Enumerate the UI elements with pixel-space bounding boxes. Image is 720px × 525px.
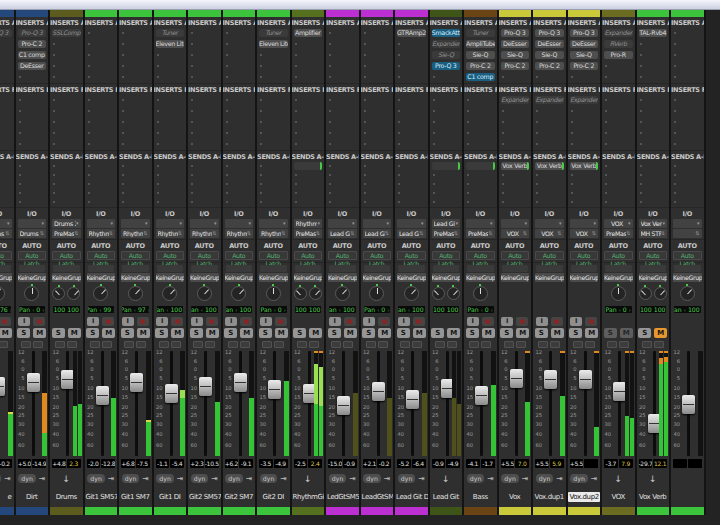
path-selector-button[interactable]	[343, 341, 353, 348]
input-selector[interactable]: Lead Git▾	[432, 219, 461, 228]
group-selector[interactable]: KeineGrupe	[190, 273, 219, 282]
pan-knob[interactable]	[447, 287, 460, 300]
dyn-button[interactable]: dyn	[191, 474, 209, 483]
automation-mode-button[interactable]: Auto Latch	[397, 251, 426, 260]
automation-mode-button[interactable]: Auto Latch	[121, 251, 150, 260]
fader[interactable]	[406, 351, 419, 456]
pan-display[interactable]: ‹100100›	[640, 306, 667, 314]
pan-display[interactable]: Pan‹0›	[467, 306, 494, 314]
pan-knob[interactable]	[197, 286, 212, 301]
pan-display[interactable]: Pan‹100›	[398, 306, 425, 314]
input-selector[interactable]: ▾	[190, 219, 219, 228]
pan-display[interactable]: Pan‹0›	[364, 306, 391, 314]
mute-button[interactable]: M	[102, 328, 115, 338]
dyn-button[interactable]: dyn	[536, 474, 554, 483]
dyn-button[interactable]: dyn	[225, 474, 243, 483]
group-selector[interactable]: KeineGrupe	[604, 273, 633, 282]
insert-button[interactable]: DeEsser	[501, 40, 530, 48]
insert-button[interactable]: Pro-Q 3	[432, 62, 461, 70]
pan-display[interactable]: ‹100100›	[53, 306, 80, 314]
dyn-button[interactable]: dyn	[467, 474, 485, 483]
output-selector[interactable]: RhythmGts⇅	[225, 229, 254, 238]
pan-knob[interactable]	[266, 286, 281, 301]
mute-button[interactable]: M	[309, 328, 322, 338]
track-name[interactable]: Vox.dup2	[568, 492, 601, 502]
track-name[interactable]: e	[7, 493, 13, 501]
insert-button[interactable]: Pro-C 2	[501, 62, 530, 70]
output-selector[interactable]: RhythmGts⇅	[259, 229, 288, 238]
path-selector-button[interactable]	[447, 341, 457, 348]
input-monitor-button[interactable]: I	[225, 317, 237, 326]
output-window-button[interactable]	[90, 341, 100, 348]
insert-button[interactable]: DeEsser	[570, 40, 599, 48]
input-selector[interactable]: ▾	[0, 219, 12, 228]
insert-button[interactable]: Expander	[501, 96, 530, 104]
insert-button[interactable]: C1 comp	[18, 51, 47, 59]
dyn-button[interactable]: dyn	[122, 474, 140, 483]
dyn-button[interactable]: dyn	[156, 474, 174, 483]
dyn-button[interactable]: dyn	[18, 474, 36, 483]
solo-button[interactable]: S	[190, 328, 203, 338]
input-monitor-button[interactable]: I	[536, 317, 548, 326]
pan-display[interactable]: Pan‹0›	[605, 306, 632, 314]
output-selector[interactable]: VOX⇅	[501, 229, 530, 238]
dyn-button[interactable]: dyn	[260, 474, 278, 483]
track-name[interactable]: LeadGtSM7	[361, 493, 394, 501]
record-enable-button[interactable]	[0, 317, 11, 326]
fader-knob[interactable]	[406, 390, 419, 409]
output-window-button[interactable]	[607, 341, 617, 348]
input-monitor-button[interactable]: I	[467, 317, 479, 326]
insert-button[interactable]: Tuner	[466, 29, 495, 37]
fader[interactable]	[165, 351, 178, 456]
solo-button[interactable]: S	[569, 328, 582, 338]
record-enable-button[interactable]	[516, 317, 528, 326]
pan-knob[interactable]	[93, 286, 108, 301]
insert-button[interactable]: Pro-Q 3	[18, 29, 47, 37]
output-window-button[interactable]	[124, 341, 134, 348]
track-name[interactable]: Dirt	[25, 493, 38, 501]
insert-button[interactable]: C1 comp	[466, 73, 495, 81]
dyn-button[interactable]: dyn	[501, 474, 519, 483]
input-monitor-button[interactable]: I	[501, 317, 513, 326]
pan-display[interactable]: Pan‹99›	[88, 306, 115, 314]
insert-button[interactable]: SSLComp	[52, 29, 81, 37]
fader-knob[interactable]	[682, 395, 695, 414]
input-selector[interactable]: ▾	[156, 219, 185, 228]
insert-button[interactable]: Sie-Q	[535, 51, 564, 59]
input-selector[interactable]: ▾	[673, 219, 702, 228]
output-selector[interactable]: PreMastr 2⇅	[466, 229, 495, 238]
output-window-button[interactable]	[469, 341, 479, 348]
group-selector[interactable]: KeineGrupe	[156, 273, 185, 282]
automation-mode-button[interactable]: Auto Latch	[294, 251, 323, 260]
track-name[interactable]: Vox	[508, 493, 521, 501]
mute-button[interactable]: M	[68, 328, 81, 338]
output-selector[interactable]: Lead Git⇅	[397, 229, 426, 238]
record-enable-button[interactable]	[413, 317, 425, 326]
solo-button[interactable]: S	[535, 328, 548, 338]
mute-button[interactable]: M	[447, 328, 460, 338]
insert-button[interactable]: Eleven Lite	[259, 40, 288, 48]
mute-button[interactable]: M	[33, 328, 46, 338]
pan-knob[interactable]	[52, 287, 65, 300]
path-selector-button[interactable]	[550, 341, 560, 348]
fader-knob[interactable]	[234, 373, 247, 392]
input-monitor-button[interactable]: I	[156, 317, 168, 326]
send-button[interactable]	[466, 162, 495, 170]
path-selector-button[interactable]	[33, 341, 43, 348]
pan-display[interactable]: Pan‹100›	[329, 306, 356, 314]
output-selector[interactable]: PreMastr 2⇅	[432, 229, 461, 238]
pan-knob[interactable]	[432, 287, 445, 300]
mute-button[interactable]: M	[516, 328, 529, 338]
group-selector[interactable]: KeineGrupe	[328, 273, 357, 282]
group-selector[interactable]: KeineGrupe	[259, 273, 288, 282]
send-button[interactable]: Vox Verb	[535, 162, 564, 170]
pan-knob[interactable]	[654, 287, 667, 300]
path-selector-button[interactable]	[0, 341, 8, 348]
input-monitor-button[interactable]: I	[87, 317, 99, 326]
fader[interactable]	[0, 351, 5, 456]
insert-button[interactable]: Tuner	[156, 29, 185, 37]
solo-button[interactable]: S	[328, 328, 341, 338]
pan-display[interactable]: Pan‹0›	[19, 306, 46, 314]
insert-button[interactable]: Sie-Q	[570, 51, 599, 59]
input-selector[interactable]: ▾	[259, 219, 288, 228]
